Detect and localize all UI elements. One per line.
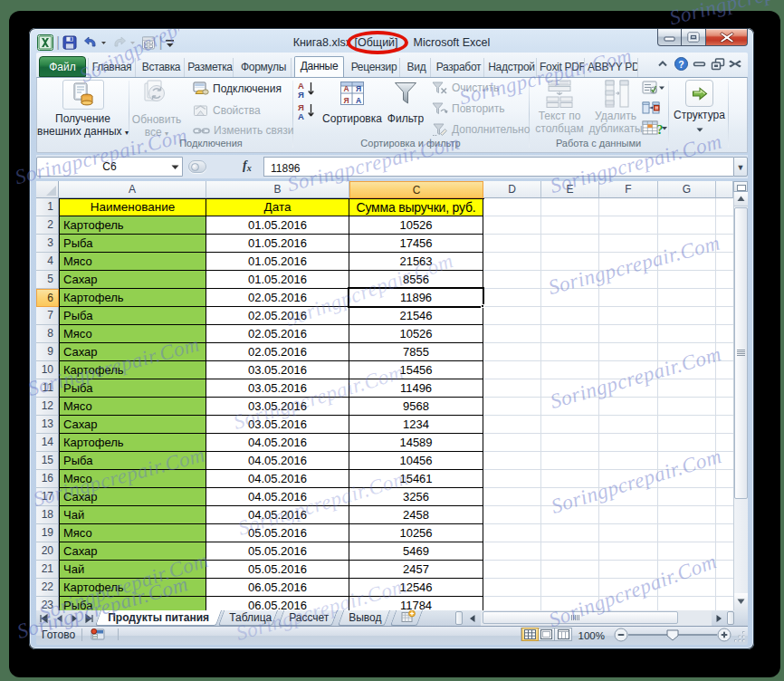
- svg-text:?: ?: [678, 59, 684, 70]
- svg-text:А: А: [298, 111, 304, 120]
- svg-text:Я: Я: [356, 84, 361, 93]
- svg-text:А: А: [344, 84, 349, 93]
- svg-text:Я: Я: [298, 90, 304, 99]
- svg-text:Я: Я: [344, 96, 349, 105]
- svg-text:А: А: [356, 96, 361, 105]
- svg-text:?: ?: [657, 123, 664, 136]
